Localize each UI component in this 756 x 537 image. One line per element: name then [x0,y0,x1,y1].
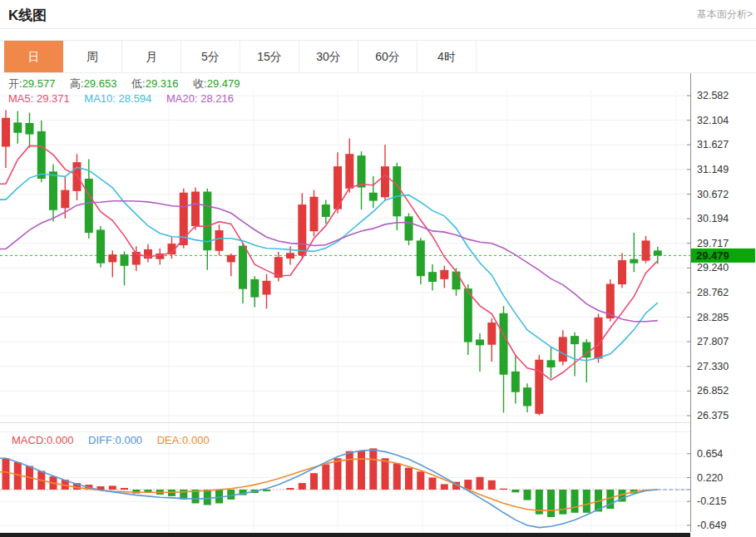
svg-text:32.104: 32.104 [697,115,729,126]
tab-30分[interactable]: 30分 [299,41,358,72]
kline-chart-canvas[interactable]: 32.58232.10431.62731.14930.67230.19429.7… [0,73,756,537]
svg-text:31.627: 31.627 [697,139,729,150]
tab-4时[interactable]: 4时 [418,41,477,72]
svg-text:28.762: 28.762 [697,287,729,298]
svg-text:26.375: 26.375 [697,410,729,421]
svg-text:27.330: 27.330 [697,361,729,372]
svg-text:32.582: 32.582 [697,90,729,101]
bottom-bar [0,533,690,537]
panel-borders [0,423,690,432]
svg-text:29.240: 29.240 [697,262,729,273]
svg-text:27.807: 27.807 [697,336,729,347]
ma10-line [0,167,658,360]
tab-15分[interactable]: 15分 [240,41,299,72]
page-title: K线图 [8,6,47,25]
svg-text:26.852: 26.852 [697,385,729,397]
tab-60分[interactable]: 60分 [358,41,418,72]
svg-text:29.717: 29.717 [697,238,729,249]
svg-text:29.479: 29.479 [696,249,729,262]
kline-app: K线图 基本面分析> 日周月5分15分30分60分4时 32.58232.104… [0,0,756,537]
tab-日[interactable]: 日 [4,41,63,72]
tab-周[interactable]: 周 [63,41,122,72]
svg-text:0.220: 0.220 [697,472,723,484]
svg-text:-0.649: -0.649 [697,520,726,531]
svg-text:0.654: 0.654 [697,448,723,460]
period-tabbar: 日周月5分15分30分60分4时 [0,40,756,73]
svg-text:31.149: 31.149 [697,164,729,175]
tab-5分[interactable]: 5分 [181,41,240,72]
tabbar-filler [477,41,756,72]
macd-histogram [2,448,650,517]
price-axis: 32.58232.10431.62731.14930.67230.19429.7… [687,73,729,532]
candles-layer [2,111,662,416]
header: K线图 基本面分析> [0,0,756,29]
chart-area[interactable]: 32.58232.10431.62731.14930.67230.19429.7… [0,73,756,537]
tab-月[interactable]: 月 [122,41,181,72]
fundamental-analysis-link[interactable]: 基本面分析> [697,7,753,22]
svg-text:-0.215: -0.215 [697,495,726,507]
svg-text:30.194: 30.194 [697,213,729,224]
current-price-badge: 29.479 [691,249,755,263]
svg-text:28.285: 28.285 [697,312,729,323]
svg-text:30.672: 30.672 [697,189,729,200]
